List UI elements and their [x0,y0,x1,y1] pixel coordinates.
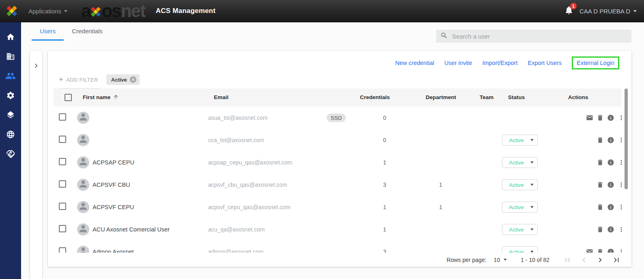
tab-users[interactable]: Users [32,22,64,41]
delete-icon[interactable] [597,181,604,188]
link-external-login[interactable]: External Login [572,56,619,69]
link-import-export[interactable]: Import/Export [482,60,517,66]
delete-icon[interactable] [597,226,604,233]
first-page-button[interactable] [563,255,572,264]
search-box[interactable] [436,30,631,43]
user-menu[interactable]: CAA D PRUEBA D [579,8,637,15]
next-page-button[interactable] [596,255,605,264]
status-dropdown[interactable]: Active [502,179,538,190]
link-new-credential[interactable]: New credential [395,60,434,66]
sidebar-item-company[interactable] [0,47,21,66]
info-icon[interactable] [607,136,614,144]
column-header-department[interactable]: Department [426,89,456,106]
mail-icon[interactable] [586,114,593,121]
row-checkbox[interactable] [59,225,66,232]
chevron-down-icon [530,228,534,230]
kebab-menu-icon[interactable] [618,159,625,166]
previous-page-button[interactable] [579,255,588,264]
kebab-menu-icon[interactable] [618,136,625,144]
user-name: ACU Axosnet Comercial User [93,226,170,233]
column-header-actions: Actions [568,89,588,106]
select-all-checkbox[interactable] [65,94,72,101]
sidebar-item-layers[interactable] [0,105,21,125]
delete-icon[interactable] [597,159,604,166]
vertical-scrollbar[interactable] [625,89,628,189]
credentials-count: 3 [377,249,392,253]
user-email: acpsvf_cepu_qas@axosnet.com [208,204,291,210]
table-row: ACPSAP CEPU acpsap_cepu_qas@axosnet.com … [48,151,631,173]
status-dropdown[interactable]: Active [502,224,538,235]
sidebar-item-web[interactable] [0,125,21,144]
link-user-invite[interactable]: User invite [444,60,472,66]
page-title: ACS Management [156,7,215,15]
chevron-down-icon [530,184,534,186]
sidebar-item-users[interactable] [0,66,21,86]
status-dropdown[interactable]: Active [502,246,538,253]
users-card: New credentialUser inviteImport/ExportEx… [48,51,631,267]
user-email: asua_tst@axosnet.com [208,115,268,121]
link-export-users[interactable]: Export Users [528,60,562,66]
sidebar-item-home[interactable] [0,27,21,47]
filter-chip-label: Active [111,77,127,83]
delete-icon[interactable] [597,136,604,144]
column-header-email[interactable]: Email [214,89,228,106]
column-header-first-name[interactable]: First name [83,89,119,107]
add-filter-button[interactable]: + ADD FILTER [59,74,101,89]
user-email: cca_tst@axosnet.com [208,137,264,143]
search-icon [440,32,448,41]
status-dropdown[interactable]: Active [502,201,538,212]
delete-icon[interactable] [597,248,604,253]
delete-icon[interactable] [597,203,604,211]
kebab-menu-icon[interactable] [618,181,625,188]
kebab-menu-icon[interactable] [618,248,625,253]
filter-row: + ADD FILTER Active ✕ [59,74,140,89]
toolbar-links: New credentialUser inviteImport/ExportEx… [395,56,619,69]
sidebar-item-settings[interactable] [0,86,21,105]
person-icon [78,179,88,191]
row-checkbox[interactable] [59,158,66,165]
notifications-button[interactable]: 1 [564,5,574,17]
axosnet-watermark-logo: a os net [81,2,145,20]
column-header-team[interactable]: Team [480,89,493,106]
kebab-menu-icon[interactable] [618,226,625,233]
info-icon[interactable] [607,248,614,253]
table-row: ACU Axosnet Comercial User acu_qa@axosne… [48,218,631,240]
delete-icon[interactable] [597,114,604,121]
filter-chip-active[interactable]: Active ✕ [106,74,140,85]
info-icon[interactable] [607,226,614,233]
status-dropdown[interactable]: Active [502,134,538,145]
rows-per-page-select[interactable]: 10 [494,257,507,263]
column-header-credentials[interactable]: Credentials [360,89,390,106]
info-icon[interactable] [607,181,614,188]
search-input[interactable] [452,33,627,40]
remove-filter-icon[interactable]: ✕ [130,76,136,83]
pagination-bar: Rows per page: 10 1 - 10 of 82 [48,253,631,267]
info-icon[interactable] [607,159,614,166]
row-checkbox[interactable] [59,180,66,188]
status-label: Active [509,159,524,165]
last-page-button[interactable] [612,255,621,264]
rows-per-page-label: Rows per page: [447,257,487,263]
row-checkbox[interactable] [59,136,66,143]
sidebar-item-partners[interactable] [0,144,21,164]
status-dropdown[interactable]: Active [502,157,538,168]
avatar [77,179,89,191]
kebab-menu-icon[interactable] [618,114,625,121]
row-checkbox[interactable] [59,113,66,121]
info-icon[interactable] [607,203,614,211]
row-checkbox[interactable] [59,203,66,210]
info-icon[interactable] [607,114,614,121]
sso-badge: SSO [327,113,346,122]
brand-x-icon [89,5,102,18]
applications-menu[interactable]: Applications [28,8,67,15]
mail-icon[interactable] [586,248,593,253]
column-header-status[interactable]: Status [508,89,525,106]
person-icon [78,223,88,236]
row-checkbox[interactable] [59,247,66,253]
status-label: Active [509,226,524,232]
expand-panel-button[interactable] [32,61,41,279]
kebab-menu-icon[interactable] [618,203,625,211]
avatar [77,134,89,146]
credentials-count: 1 [377,159,392,166]
tab-credentials[interactable]: Credentials [64,22,111,41]
